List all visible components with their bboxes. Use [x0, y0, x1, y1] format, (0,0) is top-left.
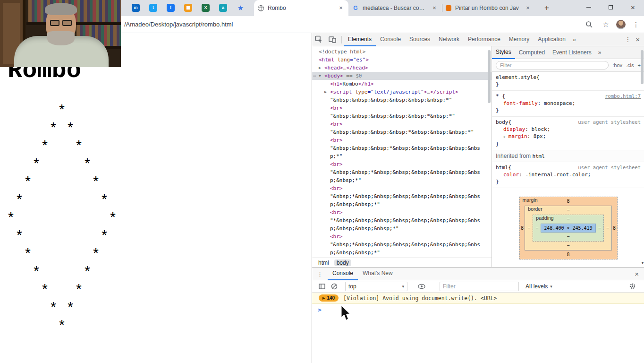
devtools-tab-performance[interactable]: Performance [464, 33, 505, 46]
facebook-icon[interactable]: f [167, 4, 175, 12]
tab-close-icon[interactable]: × [524, 4, 532, 12]
tree-node[interactable]: <!doctype html> [312, 48, 491, 56]
box-model-padding[interactable]: padding− − 248.400 × 245.419 − − [533, 215, 603, 242]
tree-node[interactable]: ▶<head>…</head> [312, 64, 491, 72]
scroll-down-icon[interactable]: ▾ [642, 261, 644, 265]
styles-more-tabs-icon[interactable]: » [595, 49, 604, 56]
tree-node[interactable]: <br> [312, 120, 491, 128]
breadcrumb-body[interactable]: body [334, 259, 351, 266]
rule-selector[interactable]: * [496, 93, 502, 99]
joomla-icon[interactable]: a [219, 4, 227, 12]
console-violation-row[interactable]: ▶140 [Violation] Avoid using document.wr… [312, 293, 644, 304]
close-window-button[interactable]: × [622, 0, 644, 14]
drawer-tab-console[interactable]: Console [328, 268, 358, 280]
log-levels-dropdown[interactable]: All levels ▾ [525, 283, 552, 290]
styles-tab-styles[interactable]: Styles [492, 46, 515, 59]
profile-avatar[interactable] [616, 20, 626, 29]
devtools-tab-application[interactable]: Application [534, 33, 570, 46]
violation-badge[interactable]: ▶140 [319, 294, 339, 302]
bookmark-star-icon[interactable]: ★ [237, 4, 245, 12]
devtools-tab-sources[interactable]: Sources [405, 33, 434, 46]
tree-node[interactable]: <br> [312, 104, 491, 112]
address-url[interactable]: /Amadeo/Desktop/javascript/rombo.html [124, 21, 233, 28]
stylesheet-link[interactable]: rombo.html:7 [605, 93, 641, 100]
tree-node[interactable]: <br> [312, 136, 491, 144]
node-menu-icon[interactable]: ⋯ [313, 72, 316, 80]
styles-toggle-cls[interactable]: .cls [626, 62, 634, 68]
tree-node[interactable]: "&nbsp;&nbsp;&nbsp;&nbsp;&nbsp;*&nbsp;*" [312, 112, 491, 120]
clear-console-icon[interactable] [328, 283, 340, 290]
console-prompt-row[interactable]: > [312, 304, 644, 315]
css-property[interactable]: color: -internal-root-color; [496, 171, 641, 178]
tree-node[interactable]: "&nbsp;&nbsp;&nbsp;&nbsp;*&nbsp;&nbsp;&n… [312, 128, 491, 136]
css-property[interactable]: ▸ margin: 8px; [496, 133, 641, 140]
tab-close-icon[interactable]: × [431, 4, 438, 12]
linkedin-icon[interactable]: in [132, 4, 140, 12]
collapse-arrow-icon[interactable]: ▼ [319, 72, 324, 80]
tree-node[interactable]: <h1>Rombo</h1> [312, 80, 491, 88]
devtools-menu-icon[interactable]: ⋮ [625, 36, 631, 43]
devtools-tab-memory[interactable]: Memory [505, 33, 534, 46]
expand-arrow-icon[interactable]: ▶ [319, 64, 324, 72]
zoom-icon[interactable] [583, 21, 596, 28]
bookmark-star-icon[interactable]: ☆ [603, 20, 609, 29]
rule-selector[interactable]: body [496, 119, 508, 125]
content-size-value[interactable]: 248.400 × 245.419 [541, 224, 595, 233]
tab-close-icon[interactable]: × [337, 4, 345, 12]
minimize-button[interactable] [577, 0, 600, 14]
inherited-node-link[interactable]: html [532, 153, 545, 159]
console-filter-input[interactable] [440, 282, 519, 291]
styles-toggle-hov[interactable]: :hov [612, 62, 622, 68]
orange-app-icon[interactable]: ▦ [184, 4, 192, 12]
browser-tab-2[interactable]: Gmediateca - Buscar con G× [348, 0, 442, 16]
expand-arrow-icon[interactable]: ▶ [324, 88, 330, 96]
styles-scrollbar[interactable] [641, 50, 644, 84]
device-toolbar-icon[interactable] [326, 36, 339, 43]
stylesheet-link[interactable]: user agent stylesheet [578, 164, 641, 171]
tree-node[interactable]: "&nbsp;&nbsp;*&nbsp;&nbsp;&nbsp;&nbsp;&n… [312, 168, 491, 184]
css-property[interactable]: display: block; [496, 126, 641, 133]
browser-menu-icon[interactable]: ⋮ [633, 20, 639, 29]
devtools-tab-console[interactable]: Console [376, 33, 405, 46]
devtools-tab-network[interactable]: Network [434, 33, 464, 46]
tree-node[interactable]: "&nbsp;*&nbsp;&nbsp;&nbsp;&nbsp;&nbsp;&n… [312, 241, 491, 257]
rule-selector[interactable]: element.style [496, 74, 536, 80]
breadcrumb-html[interactable]: html [316, 259, 331, 266]
new-tab-button[interactable]: + [542, 3, 551, 13]
rule-selector[interactable]: html [496, 164, 508, 171]
tree-node[interactable]: <br> [312, 208, 491, 216]
elements-scrollbar[interactable] [488, 50, 491, 103]
browser-tab-1[interactable]: Rombo× [254, 0, 348, 16]
tree-node[interactable]: ▶<script type="text/javascript">…</scrip… [312, 88, 491, 96]
styles-filter-input[interactable] [496, 61, 609, 69]
drawer-close-icon[interactable]: × [629, 270, 644, 278]
tree-node[interactable]: <html lang="es"> [312, 56, 491, 64]
twitter-icon[interactable]: t [149, 4, 157, 12]
tree-node[interactable]: "&nbsp;&nbsp;&nbsp;&nbsp;&nbsp;&nbsp;*" [312, 96, 491, 104]
box-model-margin[interactable]: margin8 8 border− − padding− − [519, 197, 618, 259]
tree-node[interactable]: "&nbsp;&nbsp;&nbsp;*&nbsp;&nbsp;&nbsp;&n… [312, 144, 491, 160]
stylesheet-link[interactable]: user agent stylesheet [578, 119, 641, 126]
box-model-border[interactable]: border− − padding− − 248.400 × 245.419 − [525, 206, 611, 251]
excel-icon[interactable]: X [202, 4, 210, 12]
drawer-menu-icon[interactable]: ⋮ [312, 270, 328, 277]
console-settings-gear-icon[interactable] [626, 283, 639, 290]
browser-tab-3[interactable]: Pintar un Rombo con Jav× [442, 0, 535, 16]
tree-node[interactable]: <br> [312, 233, 491, 241]
inspect-element-icon[interactable] [312, 35, 326, 43]
styles-tab-computed[interactable]: Computed [515, 47, 549, 59]
tree-node[interactable]: ⋯▼<body> == $0 [312, 72, 491, 80]
tree-node[interactable]: "&nbsp;*&nbsp;&nbsp;&nbsp;&nbsp;&nbsp;&n… [312, 192, 491, 208]
tree-node[interactable]: "*&nbsp;&nbsp;&nbsp;&nbsp;&nbsp;&nbsp;&n… [312, 216, 491, 233]
tree-node[interactable]: <br> [312, 160, 491, 168]
execution-context-selector[interactable]: top ▾ [345, 282, 407, 291]
console-sidebar-icon[interactable] [316, 284, 328, 289]
tree-node[interactable]: <br> [312, 184, 491, 192]
css-property[interactable]: font-family: monospace; [496, 100, 641, 107]
live-expression-eye-icon[interactable] [415, 284, 428, 289]
more-tabs-icon[interactable]: » [570, 36, 579, 43]
drawer-tab-whatsnew[interactable]: What's New [358, 268, 398, 280]
expand-shorthand-icon[interactable]: ▸ [503, 134, 508, 139]
devtools-tab-elements[interactable]: Elements [344, 33, 376, 46]
devtools-close-icon[interactable]: × [636, 35, 640, 43]
